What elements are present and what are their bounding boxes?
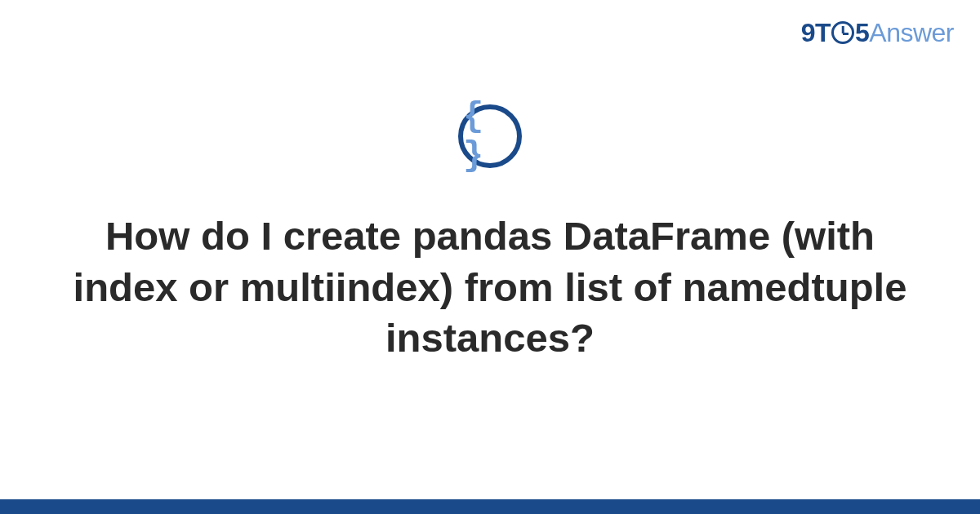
brand-text-5: 5 [855,18,869,47]
braces-glyph: { } [463,97,517,175]
brand-text-answer: Answer [869,18,954,47]
main-content: { } How do I create pandas DataFrame (wi… [0,104,980,364]
brand-text-9t: 9T [801,18,831,47]
brand-logo: 9T5Answer [801,18,954,48]
clock-icon [831,21,854,44]
footer-accent-bar [0,499,980,514]
question-title: How do I create pandas DataFrame (with i… [57,210,923,364]
code-braces-icon: { } [458,104,522,168]
